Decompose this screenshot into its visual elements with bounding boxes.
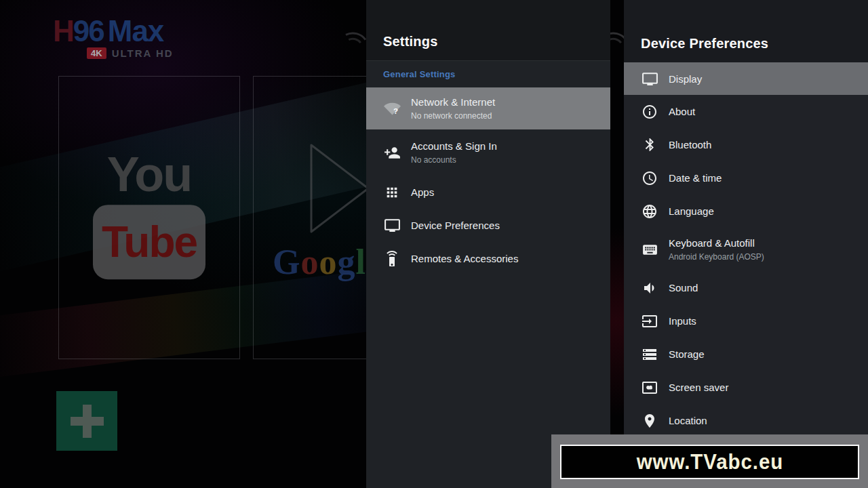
item-label: Device Preferences [411, 219, 500, 232]
settings-item-network-internet[interactable]: ?Network & InternetNo network connected [366, 87, 610, 129]
wifi-question-icon: ? [382, 100, 401, 118]
item-label: About [669, 105, 695, 118]
item-label: Remotes & Accessories [411, 252, 518, 265]
device-pref-item-about[interactable]: About [624, 95, 868, 128]
brand-max: Max [108, 14, 164, 47]
settings-list: ?Network & InternetNo network connectedA… [366, 87, 610, 275]
sound-icon [640, 280, 659, 296]
device-pref-item-location[interactable]: Location [624, 404, 868, 437]
item-texts: Accounts & Sign InNo accounts [411, 140, 497, 165]
google-letter: g [337, 243, 355, 281]
youtube-app-tile: You Tube [58, 76, 240, 359]
display-icon [640, 70, 659, 87]
device-pref-item-sound[interactable]: Sound [624, 271, 868, 304]
device-pref-item-bluetooth[interactable]: Bluetooth [624, 128, 868, 161]
item-sublabel: No network connected [411, 110, 495, 121]
globe-icon [640, 203, 659, 220]
device-preferences-panel: Device Preferences DisplayAboutBluetooth… [624, 0, 868, 488]
device-pref-item-screen-saver[interactable]: Screen saver [624, 371, 868, 404]
device-pref-item-language[interactable]: Language [624, 195, 868, 228]
item-sublabel: Android Keyboard (AOSP) [669, 251, 764, 262]
remote-icon [382, 251, 401, 267]
watermark-text: www.TVabc.eu [636, 450, 783, 474]
item-label: Date & time [669, 171, 722, 184]
item-label: Location [669, 414, 707, 427]
watermark-box: www.TVabc.eu [551, 434, 868, 488]
item-texts: Storage [669, 348, 705, 361]
google-letter: o [319, 243, 337, 281]
info-icon [640, 104, 659, 120]
clock-icon [640, 170, 659, 186]
item-texts: Keyboard & AutofillAndroid Keyboard (AOS… [669, 237, 764, 262]
person-add-icon [382, 144, 401, 161]
keyboard-icon [640, 241, 659, 258]
h96-max-logo: H96Max 4K ULTRA HD [53, 16, 174, 59]
item-texts: Display [669, 73, 702, 85]
item-texts: Remotes & Accessories [411, 252, 518, 265]
item-label: Apps [411, 186, 434, 199]
apps-grid-icon [382, 185, 401, 200]
monitor-icon [382, 217, 401, 234]
settings-item-remotes-accessories[interactable]: Remotes & Accessories [366, 242, 610, 275]
google-letter: l [355, 243, 366, 281]
storage-icon [640, 346, 659, 363]
item-label: Sound [669, 281, 698, 294]
settings-title: Settings [383, 34, 438, 49]
device-pref-item-inputs[interactable]: Inputs [624, 304, 868, 338]
item-texts: Bluetooth [669, 138, 711, 151]
watermark-inner-box: www.TVabc.eu [560, 445, 859, 479]
item-label: Storage [669, 348, 705, 361]
svg-text:?: ? [393, 106, 398, 115]
item-texts: Inputs [669, 314, 696, 327]
item-texts: Device Preferences [411, 219, 500, 232]
bluetooth-icon [640, 137, 659, 152]
brand-4k-badge: 4K [87, 47, 106, 59]
item-label: Inputs [669, 314, 696, 327]
item-texts: Location [669, 414, 707, 427]
location-icon [640, 413, 659, 429]
brand-96: 96 [73, 14, 104, 47]
youtube-tube-text: Tube [102, 217, 197, 267]
inputs-icon [640, 313, 659, 329]
brand-tagline: ULTRA HD [112, 47, 174, 59]
youtube-logo: You Tube [93, 150, 205, 279]
screensaver-icon [640, 380, 659, 396]
general-settings-section-label: General Settings [366, 61, 610, 87]
youtube-tube-box: Tube [93, 205, 205, 279]
settings-panel: Settings General Settings ?Network & Int… [366, 0, 610, 488]
item-label: Display [669, 73, 702, 85]
item-texts: Date & time [669, 171, 722, 184]
device-preferences-header: Device Preferences [624, 0, 868, 62]
item-sublabel: No accounts [411, 155, 497, 165]
settings-header: Settings [366, 0, 610, 61]
item-label: Screen saver [669, 381, 728, 394]
google-letter: G [273, 243, 300, 281]
item-texts: Language [669, 205, 714, 218]
device-pref-item-display[interactable]: Display [624, 62, 868, 95]
device-pref-item-keyboard-autofill[interactable]: Keyboard & AutofillAndroid Keyboard (AOS… [624, 228, 868, 271]
settings-item-device-preferences[interactable]: Device Preferences [366, 209, 610, 242]
youtube-you-text: You [93, 150, 205, 198]
settings-item-apps[interactable]: Apps [366, 176, 610, 209]
device-preferences-title: Device Preferences [641, 36, 768, 52]
item-texts: About [669, 105, 695, 118]
item-label: Network & Internet [411, 96, 495, 108]
device-preferences-list: DisplayAboutBluetoothDate & timeLanguage… [624, 62, 868, 437]
google-letter: o [300, 243, 319, 281]
tv-settings-screen: H96Max 4K ULTRA HD You Tube Google [0, 0, 868, 488]
item-texts: Screen saver [669, 381, 728, 394]
device-pref-item-storage[interactable]: Storage [624, 338, 868, 371]
settings-item-accounts-sign-in[interactable]: Accounts & Sign InNo accounts [366, 129, 610, 176]
faint-wifi-icon [341, 26, 370, 52]
item-texts: Sound [669, 281, 698, 294]
brand-h: H [53, 14, 73, 47]
item-texts: Apps [411, 186, 434, 199]
item-label: Language [669, 205, 714, 218]
item-label: Accounts & Sign In [411, 140, 497, 152]
item-label: Keyboard & Autofill [669, 237, 764, 249]
device-pref-item-date-time[interactable]: Date & time [624, 161, 868, 195]
item-texts: Network & InternetNo network connected [411, 96, 495, 121]
item-label: Bluetooth [669, 138, 711, 151]
add-app-tile [56, 391, 117, 451]
play-triangle-icon [308, 140, 372, 237]
